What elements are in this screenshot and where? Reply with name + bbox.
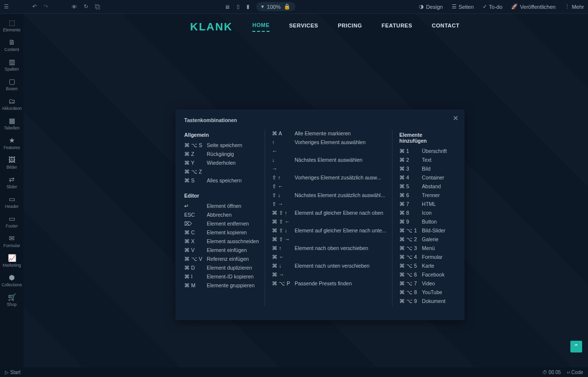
sidebar-item-slider[interactable]: ⇄Slider — [0, 175, 24, 191]
sidebar-label: Content — [4, 47, 19, 52]
sidebar-item-boxen[interactable]: ▢Boxen — [0, 76, 24, 93]
shortcut-desc: Text — [422, 156, 450, 163]
shortcut-desc — [294, 165, 386, 172]
topbar: ☰ ↶ ↷ 👁 ↻ ⿻ 🖥 ▯ ▮ ▾100%🔒 ◑Design ☰Seiten… — [0, 0, 588, 14]
shortcut-keys: ← — [272, 148, 294, 154]
shortcut-keys: ⌘ X — [184, 238, 207, 245]
section-title-general: Allgemein — [184, 132, 259, 138]
shortcut-keys: ⌘ ⌥ Z — [184, 168, 207, 175]
shortcut-keys: ⌘ 5 — [399, 183, 422, 190]
shortcut-desc: HTML — [422, 201, 450, 207]
shortcut-row: ESCAbbrechen — [184, 211, 259, 218]
shortcut-keys: ⌘ ⌥ 3 — [399, 245, 422, 251]
preview-icon[interactable]: 👁 — [72, 4, 77, 10]
shortcut-desc: Element duplizieren — [207, 264, 259, 271]
shortcut-row: ⌘ ⌥ 1Bild-Slider — [399, 227, 450, 234]
shortcut-desc: Icon — [422, 209, 450, 216]
sidebar-item-bilder[interactable]: 🖼Bilder — [0, 155, 24, 172]
copy-icon[interactable]: ⿻ — [95, 4, 100, 10]
shortcut-desc: Element entfernen — [207, 220, 259, 227]
shortcut-row: ⌘ ⌥ 5Karte — [399, 262, 450, 269]
shortcut-desc: Seite speichern — [207, 142, 259, 149]
shortcut-desc — [294, 271, 386, 278]
code-button[interactable]: ‹› Code — [567, 370, 583, 375]
shortcut-desc — [294, 253, 386, 260]
shortcut-desc — [294, 201, 386, 207]
shortcut-desc: Element öffnen — [207, 202, 259, 209]
shortcut-keys: ESC — [184, 211, 207, 218]
sidebar-icon: ▥ — [0, 58, 24, 66]
sidebar-item-marketing[interactable]: 📈Marketing — [0, 253, 24, 270]
sidebar-item-collections[interactable]: ⬢Collections — [0, 273, 24, 289]
shortcut-row: ⌘ ↑Element nach oben verschieben — [272, 245, 386, 251]
shortcut-row: ⌘ 9Button — [399, 218, 450, 225]
timer: ⏱ 00 05 — [542, 370, 561, 375]
shortcut-keys: ↵ — [184, 202, 207, 209]
shortcut-desc — [207, 168, 259, 175]
shortcut-keys: ⌘ 8 — [399, 209, 422, 216]
hamburger-icon[interactable]: ☰ — [4, 3, 9, 10]
shortcut-keys: ⌘ S — [184, 177, 207, 184]
shortcut-row: ⌘ ↓Element nach unten verschieben — [272, 262, 386, 269]
shortcut-desc: Bild-Slider — [422, 227, 450, 234]
sidebar-icon: 🗎 — [0, 38, 24, 46]
shortcut-keys: ⇧ → — [272, 201, 294, 207]
sidebar-item-shop[interactable]: 🛒Shop — [0, 292, 24, 309]
refresh-icon[interactable]: ↻ — [84, 3, 88, 10]
shortcut-keys: ⌘ ↑ — [272, 245, 294, 251]
design-button[interactable]: ◑Design — [419, 3, 442, 10]
shortcuts-col-3: Elemente hinzufügen ⌘ 1Überschrift⌘ 2Tex… — [392, 130, 456, 306]
sidebar-item-elemente[interactable]: ⬚Elemente — [0, 18, 24, 34]
close-icon[interactable]: ✕ — [453, 114, 459, 122]
shortcut-desc: Element nach unten verschieben — [294, 262, 386, 269]
shortcut-keys: ⌘ Z — [184, 151, 207, 157]
shortcut-desc: Nächstes Element zusätzlich auswähl... — [294, 192, 386, 199]
sidebar-icon: ▢ — [0, 77, 24, 85]
shortcut-row: ⇧ ← — [272, 183, 386, 190]
sidebar-item-content[interactable]: 🗎Content — [0, 37, 24, 54]
start-button[interactable]: ▷ Start — [5, 370, 21, 375]
sidebar-label: Shop — [7, 302, 17, 307]
desktop-icon[interactable]: 🖥 — [224, 4, 230, 10]
palette-icon: ◑ — [419, 3, 424, 10]
shortcut-keys: ⇧ ↓ — [272, 192, 294, 199]
shortcut-row: ⌘ ⇧ → — [272, 236, 386, 243]
shortcuts-modal: ✕ Tastenkombinationen Allgemein ⌘ ⌥ SSei… — [175, 109, 465, 320]
shortcut-row: ⌘ ⌥ SSeite speichern — [184, 142, 259, 149]
publish-button[interactable]: 🚀Veröffentlichen — [511, 3, 556, 10]
sidebar-item-spalten[interactable]: ▥Spalten — [0, 57, 24, 74]
undo-icon[interactable]: ↶ — [32, 3, 37, 10]
shortcut-keys: ⌘ 6 — [399, 192, 422, 199]
sidebar-icon: ★ — [0, 136, 24, 144]
sidebar-icon: 🖼 — [0, 156, 24, 164]
shortcut-row: ⌘ AAlle Elemente markieren — [272, 130, 386, 137]
shortcut-desc: Bild — [422, 165, 450, 172]
sidebar-item-formular[interactable]: ✉Formular — [0, 233, 24, 250]
more-button[interactable]: ⋮Mehr — [564, 3, 584, 10]
sidebar-label: Slider — [6, 184, 17, 189]
sidebar-item-footer[interactable]: ▭Footer — [0, 214, 24, 230]
shortcut-row: ↓Nächstes Element auswählen — [272, 156, 386, 163]
sidebar-item-features[interactable]: ★Features — [0, 135, 24, 152]
sidebar-label: Collections — [1, 282, 22, 287]
pages-button[interactable]: ☰Seiten — [452, 3, 474, 10]
shortcut-desc — [294, 183, 386, 190]
shortcut-row: ⌘ CElement kopieren — [184, 229, 259, 236]
todo-button[interactable]: ✓To-do — [483, 3, 503, 10]
shortcut-keys: ⌘ ⌥ 4 — [399, 253, 422, 260]
scroll-top-button[interactable]: ⌃ — [570, 341, 582, 352]
sidebar-item-tabellen[interactable]: ▦Tabellen — [0, 116, 24, 132]
shortcut-row: ⌘ ⌥ Z — [184, 168, 259, 175]
tablet-icon[interactable]: ▯ — [237, 3, 240, 10]
section-title-add: Elemente hinzufügen — [399, 132, 450, 144]
redo-icon[interactable]: ↷ — [44, 3, 48, 10]
shortcut-keys: ⌘ V — [184, 247, 207, 253]
sidebar-item-akkordeon[interactable]: 🗂Akkordeon — [0, 96, 24, 113]
sidebar-icon: ⬚ — [0, 19, 24, 26]
mobile-icon[interactable]: ▮ — [246, 3, 249, 10]
shortcut-desc: Menü — [422, 245, 450, 251]
shortcut-keys: ⌘ A — [272, 130, 294, 137]
zoom-control[interactable]: ▾100%🔒 — [256, 2, 295, 11]
shortcut-desc: Alle Elemente markieren — [294, 130, 386, 137]
sidebar-item-header[interactable]: ▭Header — [0, 194, 24, 211]
